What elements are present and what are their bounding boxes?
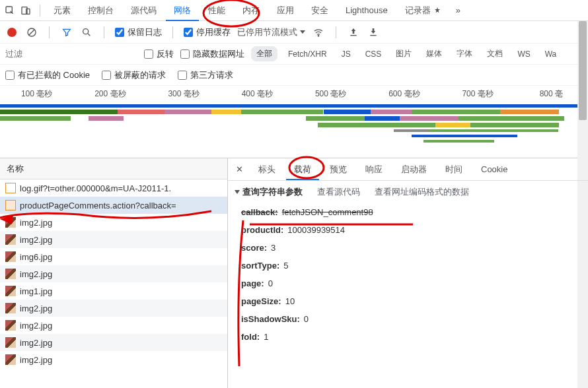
- request-name: img6.jpg: [20, 252, 52, 262]
- throttling-select[interactable]: 已停用节流模式: [237, 26, 305, 38]
- svg-line-6: [88, 34, 90, 36]
- svg-line-4: [29, 30, 34, 35]
- request-name: img2.jpg: [20, 355, 52, 365]
- dtab-cookies[interactable]: Cookie: [473, 160, 515, 178]
- param-row: isShadowSku:0: [241, 310, 575, 328]
- param-row: fold:1: [241, 328, 575, 346]
- dtab-headers[interactable]: 标头: [250, 160, 283, 179]
- request-row[interactable]: img6.jpg: [0, 248, 227, 265]
- time-tick: 200 毫秒: [73, 86, 147, 102]
- request-row[interactable]: img2.jpg: [0, 265, 227, 282]
- img-icon: [5, 251, 16, 262]
- time-tick: 400 毫秒: [221, 86, 294, 102]
- request-name: img2.jpg: [20, 321, 52, 331]
- view-source-link[interactable]: 查看源代码: [317, 186, 360, 198]
- view-urlencoded-link[interactable]: 查看网址编码格式的数据: [375, 186, 469, 198]
- request-row[interactable]: img2.jpg: [0, 214, 227, 231]
- request-name: log.gif?t=other.000000&m=UA-J2011-1.: [20, 183, 171, 193]
- tab-security[interactable]: 安全: [303, 1, 336, 20]
- name-column-header[interactable]: 名称: [0, 158, 227, 179]
- tab-elements[interactable]: 元素: [46, 1, 79, 20]
- preserve-log-checkbox[interactable]: 保留日志: [115, 26, 162, 38]
- record-button[interactable]: [5, 26, 18, 39]
- filter-icon[interactable]: [60, 26, 73, 39]
- img-icon: [5, 234, 16, 245]
- param-row: pageSize:10: [241, 292, 575, 310]
- type-ws[interactable]: WS: [513, 48, 534, 61]
- tab-console[interactable]: 控制台: [80, 1, 122, 20]
- request-name: img2.jpg: [20, 269, 52, 279]
- time-tick: 600 毫秒: [367, 86, 441, 102]
- time-tick: 700 毫秒: [441, 86, 515, 102]
- filter-input[interactable]: [5, 49, 137, 59]
- time-tick: 300 毫秒: [147, 86, 221, 102]
- type-js[interactable]: JS: [338, 48, 355, 61]
- type-wasm[interactable]: Wa: [541, 48, 561, 61]
- dtab-response[interactable]: 响应: [357, 160, 390, 179]
- request-row[interactable]: img2.jpg: [0, 231, 227, 248]
- upload-har-icon[interactable]: [347, 26, 360, 39]
- param-row: sortType:5: [241, 257, 575, 275]
- param-row: page:0: [241, 275, 575, 292]
- request-name: productPageComments.action?callback=: [20, 201, 176, 210]
- request-name: img2.jpg: [20, 235, 52, 245]
- type-all[interactable]: 全部: [251, 46, 277, 61]
- tab-memory[interactable]: 内存: [235, 1, 268, 20]
- clear-button[interactable]: [25, 26, 38, 39]
- download-har-icon[interactable]: [367, 26, 380, 39]
- type-css[interactable]: CSS: [361, 48, 386, 61]
- inspect-icon[interactable]: [4, 5, 16, 16]
- type-doc[interactable]: 文档: [483, 46, 507, 61]
- request-row[interactable]: log.gif?t=other.000000&m=UA-J2011-1.: [0, 179, 227, 197]
- type-img[interactable]: 图片: [392, 46, 416, 61]
- tab-lighthouse[interactable]: Lighthouse: [338, 1, 396, 19]
- param-row: callback:fetchJSON_comment98: [241, 203, 575, 221]
- doc-icon: [5, 183, 16, 193]
- img-icon: [5, 217, 16, 228]
- img-icon: [5, 320, 16, 331]
- time-tick: 100 毫秒: [0, 86, 73, 102]
- type-media[interactable]: 媒体: [422, 46, 446, 61]
- type-fetchxhr[interactable]: Fetch/XHR: [284, 48, 331, 61]
- time-tick: 500 毫秒: [294, 86, 367, 102]
- type-font[interactable]: 字体: [453, 46, 476, 61]
- xhr-icon: [5, 200, 16, 210]
- dtab-timing[interactable]: 时间: [437, 160, 470, 179]
- invert-checkbox[interactable]: 反转: [144, 48, 174, 60]
- request-name: img2.jpg: [20, 304, 52, 313]
- svg-rect-8: [350, 35, 356, 36]
- img-icon: [5, 337, 16, 348]
- disable-cache-checkbox[interactable]: 停用缓存: [184, 26, 231, 38]
- img-icon: [5, 269, 16, 279]
- dtab-initiator[interactable]: 启动器: [393, 160, 435, 179]
- close-details-button[interactable]: ✕: [233, 164, 245, 176]
- svg-rect-9: [370, 35, 376, 36]
- request-row[interactable]: img2.jpg: [0, 317, 227, 334]
- tab-performance[interactable]: 性能: [200, 1, 233, 20]
- more-tabs-button[interactable]: »: [451, 1, 466, 19]
- blocked-requests-checkbox[interactable]: 被屏蔽的请求: [102, 69, 166, 81]
- network-timeline[interactable]: 100 毫秒200 毫秒300 毫秒400 毫秒500 毫秒600 毫秒700 …: [0, 86, 588, 158]
- request-row[interactable]: img2.jpg: [0, 351, 227, 368]
- third-party-checkbox[interactable]: 第三方请求: [178, 69, 233, 81]
- tab-network[interactable]: 网络: [166, 1, 199, 20]
- param-row: score:3: [241, 239, 575, 257]
- request-row[interactable]: productPageComments.action?callback=: [0, 197, 227, 214]
- request-row[interactable]: img2.jpg: [0, 334, 227, 351]
- request-row[interactable]: img1.jpg: [0, 282, 227, 300]
- blocked-cookies-checkbox[interactable]: 有已拦截的 Cookie: [5, 69, 90, 81]
- hide-dataurls-checkbox[interactable]: 隐藏数据网址: [180, 48, 244, 60]
- tab-sources[interactable]: 源代码: [123, 1, 165, 20]
- dtab-payload[interactable]: 载荷: [286, 160, 319, 179]
- dtab-preview[interactable]: 预览: [322, 160, 355, 179]
- svg-point-5: [83, 28, 89, 34]
- device-toggle-icon[interactable]: [20, 5, 32, 16]
- search-icon[interactable]: [80, 26, 93, 39]
- tab-recorder[interactable]: 记录器: [397, 1, 449, 20]
- tab-application[interactable]: 应用: [269, 1, 302, 20]
- query-params-toggle[interactable]: 查询字符串参数: [235, 186, 303, 198]
- wifi-icon[interactable]: [312, 26, 325, 39]
- request-row[interactable]: img2.jpg: [0, 300, 227, 317]
- request-name: img2.jpg: [20, 218, 52, 228]
- img-icon: [5, 286, 16, 296]
